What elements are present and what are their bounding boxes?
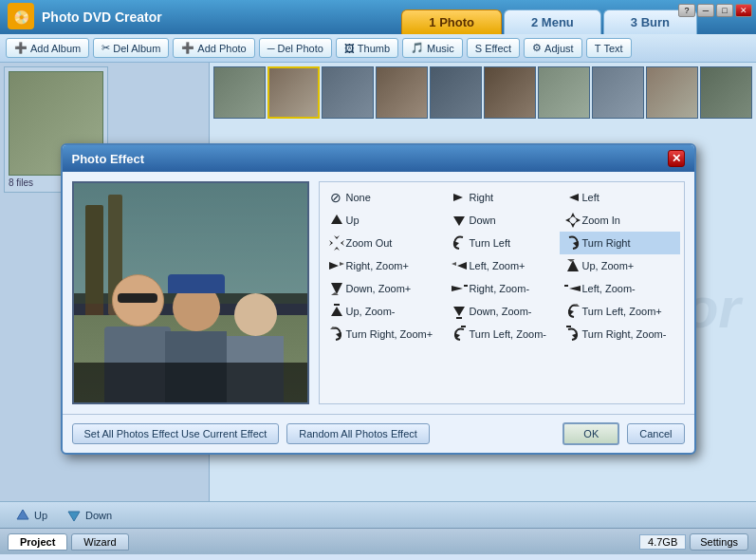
- effect-row: Up, Zoom- Down, Zoom-: [323, 300, 680, 323]
- turn-left-zoom-plus-icon: [563, 302, 582, 321]
- svg-marker-24: [331, 283, 342, 294]
- effect-left-zoom-minus[interactable]: Left, Zoom-: [560, 277, 680, 300]
- modal-body: ⊘ None Right: [63, 172, 694, 414]
- left-zoom-plus-label: Left, Zoom+: [469, 260, 525, 271]
- effect-turn-left-zoom-minus[interactable]: Turn Left, Zoom-: [446, 323, 559, 345]
- down-zoom-minus-label: Down, Zoom-: [469, 306, 531, 317]
- turn-right-label: Turn Right: [582, 237, 631, 249]
- svg-marker-12: [334, 235, 340, 239]
- svg-marker-19: [340, 262, 344, 266]
- effects-table: ⊘ None Right: [323, 186, 680, 345]
- down-effect-label: Down: [469, 215, 495, 226]
- turn-right-icon: [563, 233, 582, 252]
- photo-effect-modal: Photo Effect ✕: [61, 143, 696, 455]
- effect-down-zoom-minus[interactable]: Down, Zoom-: [446, 300, 559, 323]
- effect-zoom-out[interactable]: Zoom Out: [323, 232, 447, 254]
- svg-marker-23: [567, 259, 575, 262]
- down-effect-icon: [450, 211, 469, 230]
- effect-up-zoom-plus[interactable]: Up, Zoom+: [560, 254, 680, 277]
- effects-grid: ⊘ None Right: [319, 181, 685, 404]
- svg-marker-18: [329, 262, 339, 270]
- effect-up[interactable]: Up: [323, 209, 447, 232]
- effect-row: ⊘ None Right: [323, 186, 680, 209]
- effect-left-zoom-plus[interactable]: Left, Zoom+: [446, 254, 559, 277]
- down-zoom-plus-label: Down, Zoom+: [346, 283, 412, 294]
- effect-row: Down, Zoom+ Right, Zoom-: [323, 277, 680, 300]
- left-zoom-minus-icon: [563, 279, 582, 298]
- up-effect-icon: [327, 211, 346, 230]
- up-zoom-plus-label: Up, Zoom+: [582, 260, 635, 271]
- cancel-button[interactable]: Cancel: [627, 423, 684, 444]
- right-icon: [450, 188, 469, 207]
- left-icon: [563, 188, 582, 207]
- svg-marker-22: [567, 260, 579, 271]
- svg-marker-13: [334, 247, 340, 251]
- svg-marker-21: [452, 262, 456, 266]
- effect-right-zoom-plus[interactable]: Right, Zoom+: [323, 254, 447, 277]
- left-zoom-minus-label: Left, Zoom-: [582, 283, 636, 294]
- zoom-in-icon: [563, 211, 582, 230]
- svg-marker-32: [453, 307, 465, 316]
- zoom-out-icon: [327, 233, 346, 252]
- effect-right-zoom-minus[interactable]: Right, Zoom-: [446, 277, 559, 300]
- effect-none[interactable]: ⊘ None: [323, 186, 447, 209]
- svg-marker-20: [457, 262, 467, 270]
- none-label: None: [346, 192, 371, 203]
- right-zoom-plus-label: Right, Zoom+: [346, 260, 409, 271]
- svg-marker-25: [331, 292, 339, 295]
- down-zoom-plus-icon: [327, 279, 346, 298]
- modal-footer: Set All Photos Effect Use Current Effect…: [63, 414, 694, 453]
- none-icon: ⊘: [327, 190, 344, 205]
- right-zoom-minus-label: Right, Zoom-: [469, 283, 529, 294]
- svg-marker-6: [331, 215, 342, 224]
- right-label: Right: [469, 192, 493, 203]
- svg-marker-30: [331, 307, 342, 316]
- effect-turn-right-zoom-plus[interactable]: Turn Right, Zoom+: [323, 323, 447, 345]
- up-zoom-minus-icon: [327, 302, 346, 321]
- left-label: Left: [582, 192, 599, 203]
- svg-marker-15: [341, 240, 344, 246]
- turn-left-zoom-minus-icon: [450, 325, 469, 344]
- modal-close-button[interactable]: ✕: [668, 150, 685, 167]
- effect-row: Zoom Out Turn Left: [323, 232, 680, 254]
- down-zoom-minus-icon: [450, 302, 469, 321]
- modal-preview: [72, 181, 309, 404]
- effect-turn-right[interactable]: Turn Right: [560, 232, 680, 254]
- svg-marker-4: [453, 194, 463, 201]
- up-effect-label: Up: [346, 215, 360, 226]
- modal-title: Photo Effect: [72, 152, 145, 166]
- effect-turn-left[interactable]: Turn Left: [446, 232, 559, 254]
- effect-down[interactable]: Down: [446, 209, 559, 232]
- svg-marker-10: [565, 217, 571, 223]
- turn-right-zoom-minus-icon: [563, 325, 582, 344]
- right-zoom-plus-icon: [327, 256, 346, 275]
- svg-marker-7: [453, 216, 465, 226]
- svg-marker-28: [569, 286, 581, 291]
- ok-button[interactable]: OK: [562, 422, 619, 445]
- svg-marker-14: [329, 240, 333, 246]
- random-button[interactable]: Random All Photos Effect: [286, 423, 430, 444]
- effect-row: Turn Right, Zoom+: [323, 323, 680, 345]
- effect-down-zoom-plus[interactable]: Down, Zoom+: [323, 277, 447, 300]
- left-zoom-plus-icon: [450, 256, 469, 275]
- turn-left-icon: [450, 233, 469, 252]
- turn-right-zoom-minus-label: Turn Right, Zoom-: [582, 328, 667, 340]
- up-zoom-plus-icon: [563, 256, 582, 275]
- modal-overlay: Photo Effect ✕: [0, 0, 756, 560]
- zoom-in-label: Zoom In: [582, 215, 620, 226]
- svg-marker-11: [575, 217, 581, 223]
- turn-left-zoom-plus-label: Turn Left, Zoom+: [582, 306, 662, 317]
- zoom-out-label: Zoom Out: [346, 237, 393, 249]
- effect-left[interactable]: Left: [560, 186, 680, 209]
- turn-left-zoom-minus-label: Turn Left, Zoom-: [469, 328, 546, 340]
- effect-zoom-in[interactable]: Zoom In: [560, 209, 680, 232]
- effect-up-zoom-minus[interactable]: Up, Zoom-: [323, 300, 447, 323]
- up-zoom-minus-label: Up, Zoom-: [346, 306, 396, 317]
- turn-left-label: Turn Left: [469, 237, 510, 249]
- effect-turn-left-zoom-plus[interactable]: Turn Left, Zoom+: [560, 300, 680, 323]
- set-all-button[interactable]: Set All Photos Effect Use Current Effect: [72, 423, 280, 444]
- effect-right[interactable]: Right: [446, 186, 559, 209]
- turn-right-zoom-plus-label: Turn Right, Zoom+: [346, 328, 433, 340]
- turn-right-zoom-plus-icon: [327, 325, 346, 344]
- effect-turn-right-zoom-minus[interactable]: Turn Right, Zoom-: [560, 323, 680, 345]
